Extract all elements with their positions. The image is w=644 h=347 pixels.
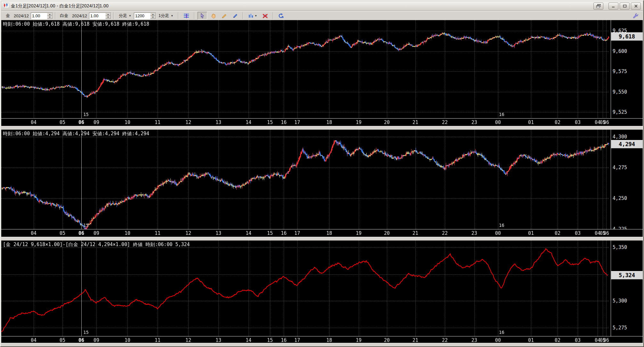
x-tick-label: 12 (185, 120, 191, 125)
pan-hand-icon[interactable] (208, 12, 218, 20)
y-tick-label: 5,275 (613, 325, 627, 331)
day-of-month-label: 16 (499, 330, 504, 335)
x-tick-label: 18 (326, 120, 332, 125)
gold-ratio-down-icon[interactable]: ▼ (47, 16, 53, 19)
platinum-ohlc-info: 時刻:06:00 始値:4,294 高値:4,294 安値:4,294 終値:4… (3, 131, 149, 137)
x-tick-label: 09 (94, 230, 99, 236)
x-tick-label: 23 (471, 230, 477, 236)
platinum-ratio-up-icon[interactable]: ▲ (105, 13, 111, 16)
gold-ratio-spinner[interactable]: 1.00 ▲▼ (31, 12, 53, 19)
x-tick-label: 10 (125, 337, 130, 343)
app-icon (3, 3, 9, 9)
maximize-icon[interactable] (620, 3, 630, 10)
x-tick-label: 17 (294, 230, 300, 236)
spread-line-plot[interactable] (1, 241, 611, 336)
gold-ratio-up-icon[interactable]: ▲ (47, 13, 53, 16)
close-icon[interactable] (631, 3, 641, 10)
platinum-month-label: 2024/12 (72, 13, 87, 18)
spread-chart-panel: [金 24/12 9,618×1.00]-[白金 24/12 4,294×1.0… (1, 241, 643, 344)
x-tick-label: 15 (267, 230, 273, 236)
x-tick-label: 11 (155, 230, 160, 236)
x-tick-label: 14 (246, 120, 251, 125)
x-tick-label: 01 (528, 230, 534, 236)
titlebar[interactable]: 金1分足[2024/12]1.00 - 白金1分足[2024/12]1.00 (1, 1, 643, 11)
x-tick-label: 12 (185, 230, 191, 236)
bar-count-spinner[interactable]: 1200 ▲▼ (134, 12, 156, 19)
bar-count-up-icon[interactable]: ▲ (150, 13, 156, 16)
x-tick-label: 20 (384, 120, 390, 125)
x-tick-label: 20 (384, 230, 390, 236)
y-tick-label: 4,300 (613, 134, 627, 140)
day-of-month-label: 15 (83, 223, 89, 228)
x-tick-label: 19 (356, 230, 362, 236)
x-tick-label: 23 (471, 337, 477, 343)
x-tick-label: 18 (326, 337, 332, 343)
chevron-down-icon: ▼ (255, 14, 257, 17)
platinum-ratio-spinner[interactable]: 1.00 ▲▼ (89, 12, 111, 19)
toolbar-separator (273, 12, 273, 19)
toolbar-separator (178, 12, 179, 19)
x-tick-label: 23 (471, 120, 477, 125)
day-of-month-label: 16 (499, 223, 504, 228)
day-of-month-label: 15 (83, 112, 89, 117)
y-tick-label: 4,275 (613, 165, 627, 170)
x-tick-label: 06 (603, 230, 609, 236)
minimize-icon[interactable] (608, 3, 618, 10)
platinum-ratio-value[interactable]: 1.00 (89, 13, 105, 19)
chart-settings-icon[interactable] (182, 12, 191, 20)
timeframe-dropdown[interactable]: 1分足▼ (157, 12, 175, 20)
gold-candlestick-plot[interactable] (1, 20, 611, 118)
bar-style-icon[interactable]: ▼ (246, 12, 259, 20)
refresh-icon[interactable]: B (276, 12, 286, 20)
x-tick-label: 14 (246, 337, 251, 343)
x-tick-label: 05 (60, 337, 65, 343)
x-tick-label: 22 (442, 120, 448, 125)
x-tick-label: 21 (412, 337, 418, 343)
platinum-time-axis: 0405060910111213141516171819202122230001… (1, 229, 643, 237)
pen-icon[interactable] (230, 12, 240, 20)
day-of-month-label: 16 (499, 112, 504, 117)
bar-count-down-icon[interactable]: ▼ (150, 16, 156, 19)
x-tick-label: 10 (125, 120, 130, 125)
x-tick-label: 19 (356, 337, 362, 343)
y-tick-label: 9,550 (613, 89, 627, 95)
x-tick-label: 22 (442, 337, 448, 343)
panel-separator (1, 126, 643, 130)
x-tick-label: 22 (442, 230, 448, 236)
x-tick-label: 03 (575, 230, 581, 236)
gold-label: 金 (6, 13, 10, 19)
x-tick-label: 03 (575, 120, 581, 125)
x-tick-label: 03 (575, 337, 581, 343)
x-tick-label: 04 (31, 337, 37, 343)
x-tick-label: 02 (555, 120, 560, 125)
pencil-icon[interactable] (219, 12, 229, 20)
x-tick-label: 21 (412, 120, 418, 125)
gold-month-label: 2024/12 (14, 13, 29, 18)
x-tick-label: 11 (155, 120, 160, 125)
panel-separator (1, 237, 643, 241)
cascade-windows-icon[interactable] (593, 3, 603, 10)
day-of-month-label: 15 (83, 330, 89, 335)
wrench-icon[interactable] (632, 12, 639, 20)
platinum-price-axis: 4,3004,2754,2504,2254,294 (611, 130, 643, 229)
delete-indicator-icon[interactable] (260, 12, 270, 20)
platinum-current-price-badge: 4,294 (611, 140, 643, 148)
svg-text:B: B (282, 16, 284, 19)
chevron-down-icon: ▼ (171, 14, 173, 17)
gold-time-axis: 0405060910111213141516171819202122230001… (1, 118, 643, 126)
spread-current-value-badge: 5,324 (611, 271, 643, 279)
bar-count-value[interactable]: 1200 (134, 13, 150, 19)
platinum-ratio-down-icon[interactable]: ▼ (105, 16, 111, 19)
select-cursor-icon[interactable] (198, 12, 207, 20)
bar-type-dropdown[interactable]: 分足▼ (117, 12, 133, 20)
gold-ratio-value[interactable]: 1.00 (31, 13, 47, 19)
chevron-down-icon: ▼ (129, 14, 131, 17)
x-tick-label: 14 (246, 230, 251, 236)
toolbar-separator (194, 12, 195, 19)
platinum-candlestick-plot[interactable] (1, 130, 611, 229)
spread-price-axis: 5,3505,3255,3005,2755,324 (611, 241, 643, 336)
x-tick-label: 10 (125, 230, 130, 236)
x-tick-label: 16 (281, 120, 287, 125)
x-tick-label: 11 (155, 337, 160, 343)
x-tick-label: 01 (528, 120, 534, 125)
